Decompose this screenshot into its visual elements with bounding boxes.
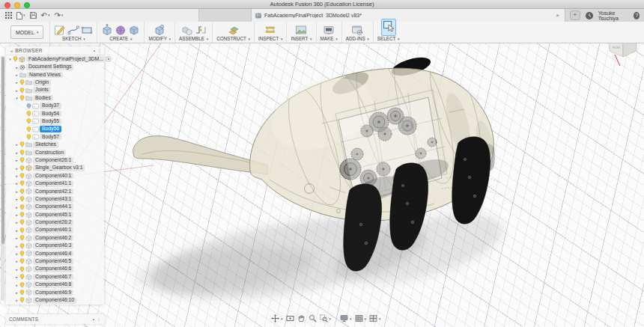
tree-row[interactable]: ▸Component46:9 — [6, 289, 104, 296]
grid-settings-button[interactable]: ▾ — [355, 314, 367, 323]
new-tab-button[interactable]: + — [570, 10, 580, 20]
comments-expand-icon[interactable]: ▪ — [93, 317, 94, 322]
browser-scrollbar[interactable] — [1, 55, 4, 301]
tree-item-label[interactable]: Component46:1 — [33, 227, 73, 233]
visibility-toggle[interactable] — [19, 274, 25, 280]
tree-expander-icon[interactable]: ▾ — [7, 57, 13, 61]
visibility-toggle[interactable] — [19, 227, 25, 233]
tree-expander-icon[interactable]: ▸ — [14, 290, 19, 295]
user-name[interactable]: Yosuke Tsuchiya — [598, 10, 628, 21]
joint-icon[interactable] — [195, 24, 207, 36]
window-close-button[interactable] — [4, 2, 10, 8]
tree-row[interactable]: ▸Component46:3 — [6, 242, 104, 249]
tree-item-label[interactable]: Component40:1 — [33, 173, 73, 180]
tree-item-label[interactable]: Body55 — [40, 118, 61, 125]
tree-expander-icon[interactable]: ▸ — [14, 197, 19, 201]
tree-item-label[interactable]: Body57 — [40, 134, 61, 141]
tree-expander-icon[interactable]: ▸ — [14, 142, 19, 147]
save-button[interactable] — [30, 12, 37, 19]
visibility-toggle[interactable] — [19, 165, 25, 171]
tree-item-label[interactable]: Component41:1 — [33, 180, 73, 187]
redo-button[interactable]: ↷▾ — [54, 12, 63, 19]
tree-item-label[interactable]: Joints — [33, 87, 51, 94]
window-zoom-button[interactable] — [24, 2, 30, 8]
tree-row[interactable]: Body56 — [6, 126, 104, 133]
visibility-toggle[interactable] — [19, 88, 25, 94]
browser-collapse-icon[interactable]: « — [10, 49, 13, 53]
visibility-toggle[interactable] — [19, 297, 25, 303]
construction-plane-icon[interactable] — [228, 24, 240, 36]
tree-expander-icon[interactable]: ▸ — [14, 220, 19, 224]
window-minimize-button[interactable] — [14, 2, 20, 8]
visibility-toggle[interactable] — [13, 56, 18, 62]
visibility-toggle[interactable] — [19, 150, 25, 156]
tree-item-label[interactable]: Component46:3 — [33, 242, 73, 249]
tree-item-label[interactable]: Component46:7 — [33, 274, 73, 281]
tree-row[interactable]: Body57 — [6, 133, 104, 141]
tree-item-label[interactable]: Body37 — [40, 103, 61, 109]
visibility-toggle[interactable] — [19, 79, 25, 85]
browser-filter-icon[interactable]: ▪ — [94, 49, 95, 53]
form-icon[interactable] — [115, 24, 127, 36]
tree-expander-icon[interactable]: ▸ — [14, 80, 19, 85]
tree-expander-icon[interactable]: ▸ — [14, 228, 19, 233]
tree-row[interactable]: ▸Component46:7 — [6, 273, 104, 281]
tree-expander-icon[interactable]: ▸ — [14, 150, 19, 155]
tree-item-label[interactable]: Component42:1 — [33, 189, 73, 195]
zoom-button[interactable] — [309, 314, 317, 323]
visibility-toggle[interactable] — [19, 251, 25, 257]
spline-icon[interactable] — [67, 24, 79, 36]
tree-row[interactable]: ▸Origin — [6, 79, 104, 86]
tree-expander-icon[interactable]: ▸ — [14, 213, 19, 217]
tree-row[interactable]: ▸Joints — [6, 87, 104, 94]
extrude-icon[interactable] — [101, 24, 113, 36]
look-at-button[interactable] — [286, 314, 294, 323]
tree-row[interactable]: ▸Component44:1 — [6, 203, 104, 210]
new-component-icon[interactable] — [181, 24, 193, 36]
tree-expander-icon[interactable]: ▸ — [14, 65, 19, 70]
tree-row[interactable]: ▸Named Views — [6, 71, 104, 79]
tree-item-label[interactable]: Component46:8 — [33, 281, 73, 288]
file-menu-button[interactable]: ▾ — [16, 12, 25, 19]
tree-item-label[interactable]: Named Views — [27, 72, 63, 79]
tree-item-label[interactable]: Component46:4 — [33, 251, 73, 257]
tree-expander-icon[interactable]: ▸ — [14, 73, 19, 77]
tree-row[interactable]: ▸Sketches — [6, 141, 104, 148]
visibility-toggle[interactable] — [19, 196, 25, 202]
tree-row[interactable]: ▸Component46:10 — [6, 296, 104, 304]
tree-row[interactable]: ▸Construction — [6, 149, 104, 156]
pan-button[interactable] — [297, 314, 306, 323]
document-tab[interactable]: FabAcademyFinalProject_3DModel2 v83* × — [251, 9, 565, 22]
sketch-rectangle-icon[interactable] — [81, 24, 93, 36]
help-button[interactable]: ? — [634, 12, 640, 19]
tree-row[interactable]: ▸Component41:1 — [6, 180, 104, 187]
create-sketch-icon[interactable] — [54, 24, 66, 36]
workspace-switcher[interactable]: MODEL▾ — [10, 25, 43, 39]
tree-row[interactable]: ▸Single_Gearbox v3:1 — [6, 164, 104, 171]
comments-panel[interactable]: COMMENTS ▪ ⋮ — [6, 314, 104, 324]
visibility-toggle[interactable] — [19, 219, 25, 225]
tree-item-label[interactable]: Component26:2 — [33, 219, 73, 226]
tree-item-label[interactable]: Document Settings — [26, 64, 73, 70]
tree-row[interactable]: ▸Component46:4 — [6, 250, 104, 257]
tree-row[interactable]: ▸Component46:2 — [6, 234, 104, 242]
tree-expander-icon[interactable]: ▸ — [14, 181, 19, 186]
visibility-toggle[interactable] — [19, 95, 25, 101]
tree-row[interactable]: ▸Component46:5 — [6, 257, 104, 265]
tree-item-label[interactable]: Component46:9 — [33, 290, 73, 296]
display-settings-button[interactable]: ▾ — [340, 314, 352, 323]
tree-row[interactable]: ▾FabAcademyFinalProject_3DM... — [6, 55, 104, 63]
tree-row[interactable]: ▸Component26:1 — [6, 156, 104, 164]
tree-item-label[interactable]: Origin — [33, 79, 51, 86]
tree-item-label[interactable]: Component26:1 — [33, 157, 73, 164]
visibility-toggle[interactable] — [19, 212, 25, 218]
tree-row[interactable]: ▸Component43:1 — [6, 195, 104, 203]
tree-expander-icon[interactable]: ▸ — [14, 158, 19, 162]
tree-item-label[interactable]: Body56 — [40, 126, 61, 132]
visibility-toggle[interactable] — [26, 134, 31, 140]
tree-expander-icon[interactable]: ▸ — [14, 267, 19, 272]
tree-row[interactable]: ▸Component46:8 — [6, 281, 104, 288]
tree-expander-icon[interactable]: ▸ — [14, 275, 19, 279]
tree-expander-icon[interactable]: ▸ — [14, 88, 19, 93]
tree-row[interactable]: ▸Component26:2 — [6, 218, 104, 226]
